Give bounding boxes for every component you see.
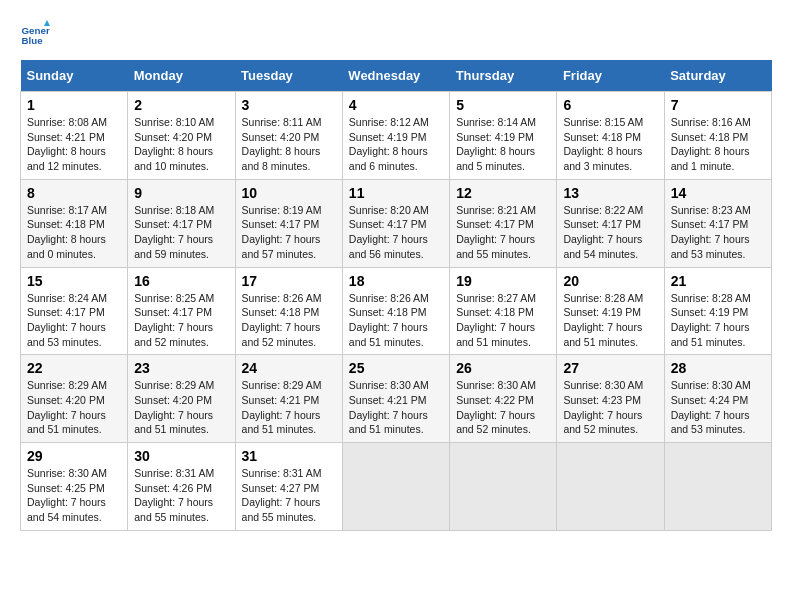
calendar-cell: 23 Sunrise: 8:29 AM Sunset: 4:20 PM Dayl…: [128, 355, 235, 443]
calendar-cell: 12 Sunrise: 8:21 AM Sunset: 4:17 PM Dayl…: [450, 179, 557, 267]
calendar-cell: 22 Sunrise: 8:29 AM Sunset: 4:20 PM Dayl…: [21, 355, 128, 443]
day-info: Sunrise: 8:17 AM Sunset: 4:18 PM Dayligh…: [27, 203, 121, 262]
day-info: Sunrise: 8:24 AM Sunset: 4:17 PM Dayligh…: [27, 291, 121, 350]
calendar-cell: 26 Sunrise: 8:30 AM Sunset: 4:22 PM Dayl…: [450, 355, 557, 443]
calendar-cell: 29 Sunrise: 8:30 AM Sunset: 4:25 PM Dayl…: [21, 443, 128, 531]
day-number: 19: [456, 273, 550, 289]
day-info: Sunrise: 8:20 AM Sunset: 4:17 PM Dayligh…: [349, 203, 443, 262]
day-number: 5: [456, 97, 550, 113]
calendar-cell: 15 Sunrise: 8:24 AM Sunset: 4:17 PM Dayl…: [21, 267, 128, 355]
col-header-wednesday: Wednesday: [342, 60, 449, 92]
day-number: 28: [671, 360, 765, 376]
day-info: Sunrise: 8:10 AM Sunset: 4:20 PM Dayligh…: [134, 115, 228, 174]
day-number: 17: [242, 273, 336, 289]
calendar-cell: 25 Sunrise: 8:30 AM Sunset: 4:21 PM Dayl…: [342, 355, 449, 443]
col-header-saturday: Saturday: [664, 60, 771, 92]
day-number: 16: [134, 273, 228, 289]
calendar-cell: 7 Sunrise: 8:16 AM Sunset: 4:18 PM Dayli…: [664, 92, 771, 180]
calendar-cell: 19 Sunrise: 8:27 AM Sunset: 4:18 PM Dayl…: [450, 267, 557, 355]
calendar-cell: 20 Sunrise: 8:28 AM Sunset: 4:19 PM Dayl…: [557, 267, 664, 355]
day-info: Sunrise: 8:30 AM Sunset: 4:23 PM Dayligh…: [563, 378, 657, 437]
day-number: 21: [671, 273, 765, 289]
day-info: Sunrise: 8:12 AM Sunset: 4:19 PM Dayligh…: [349, 115, 443, 174]
svg-text:Blue: Blue: [22, 35, 44, 46]
day-number: 2: [134, 97, 228, 113]
day-number: 13: [563, 185, 657, 201]
day-number: 3: [242, 97, 336, 113]
day-number: 20: [563, 273, 657, 289]
calendar-cell: 17 Sunrise: 8:26 AM Sunset: 4:18 PM Dayl…: [235, 267, 342, 355]
day-info: Sunrise: 8:30 AM Sunset: 4:25 PM Dayligh…: [27, 466, 121, 525]
calendar-cell: 8 Sunrise: 8:17 AM Sunset: 4:18 PM Dayli…: [21, 179, 128, 267]
calendar-cell: [342, 443, 449, 531]
calendar-cell: 16 Sunrise: 8:25 AM Sunset: 4:17 PM Dayl…: [128, 267, 235, 355]
calendar-cell: 3 Sunrise: 8:11 AM Sunset: 4:20 PM Dayli…: [235, 92, 342, 180]
day-info: Sunrise: 8:30 AM Sunset: 4:21 PM Dayligh…: [349, 378, 443, 437]
calendar-cell: 5 Sunrise: 8:14 AM Sunset: 4:19 PM Dayli…: [450, 92, 557, 180]
calendar-cell: 10 Sunrise: 8:19 AM Sunset: 4:17 PM Dayl…: [235, 179, 342, 267]
day-number: 10: [242, 185, 336, 201]
day-info: Sunrise: 8:11 AM Sunset: 4:20 PM Dayligh…: [242, 115, 336, 174]
day-number: 6: [563, 97, 657, 113]
day-number: 29: [27, 448, 121, 464]
calendar-week-row: 29 Sunrise: 8:30 AM Sunset: 4:25 PM Dayl…: [21, 443, 772, 531]
day-info: Sunrise: 8:14 AM Sunset: 4:19 PM Dayligh…: [456, 115, 550, 174]
day-number: 11: [349, 185, 443, 201]
day-info: Sunrise: 8:30 AM Sunset: 4:24 PM Dayligh…: [671, 378, 765, 437]
calendar-cell: 30 Sunrise: 8:31 AM Sunset: 4:26 PM Dayl…: [128, 443, 235, 531]
col-header-sunday: Sunday: [21, 60, 128, 92]
day-number: 23: [134, 360, 228, 376]
day-number: 30: [134, 448, 228, 464]
logo-icon: General Blue: [20, 20, 50, 50]
day-number: 12: [456, 185, 550, 201]
day-number: 15: [27, 273, 121, 289]
calendar-cell: 24 Sunrise: 8:29 AM Sunset: 4:21 PM Dayl…: [235, 355, 342, 443]
day-info: Sunrise: 8:21 AM Sunset: 4:17 PM Dayligh…: [456, 203, 550, 262]
day-info: Sunrise: 8:08 AM Sunset: 4:21 PM Dayligh…: [27, 115, 121, 174]
day-info: Sunrise: 8:28 AM Sunset: 4:19 PM Dayligh…: [671, 291, 765, 350]
col-header-tuesday: Tuesday: [235, 60, 342, 92]
calendar-cell: 14 Sunrise: 8:23 AM Sunset: 4:17 PM Dayl…: [664, 179, 771, 267]
calendar-cell: 27 Sunrise: 8:30 AM Sunset: 4:23 PM Dayl…: [557, 355, 664, 443]
calendar-cell: [557, 443, 664, 531]
calendar-cell: 6 Sunrise: 8:15 AM Sunset: 4:18 PM Dayli…: [557, 92, 664, 180]
calendar-cell: 31 Sunrise: 8:31 AM Sunset: 4:27 PM Dayl…: [235, 443, 342, 531]
day-info: Sunrise: 8:29 AM Sunset: 4:20 PM Dayligh…: [134, 378, 228, 437]
day-info: Sunrise: 8:29 AM Sunset: 4:20 PM Dayligh…: [27, 378, 121, 437]
day-info: Sunrise: 8:18 AM Sunset: 4:17 PM Dayligh…: [134, 203, 228, 262]
calendar-cell: [450, 443, 557, 531]
svg-text:General: General: [22, 25, 51, 36]
day-info: Sunrise: 8:15 AM Sunset: 4:18 PM Dayligh…: [563, 115, 657, 174]
calendar-cell: 18 Sunrise: 8:26 AM Sunset: 4:18 PM Dayl…: [342, 267, 449, 355]
calendar-cell: [664, 443, 771, 531]
day-number: 4: [349, 97, 443, 113]
calendar-cell: 9 Sunrise: 8:18 AM Sunset: 4:17 PM Dayli…: [128, 179, 235, 267]
calendar-week-row: 22 Sunrise: 8:29 AM Sunset: 4:20 PM Dayl…: [21, 355, 772, 443]
day-info: Sunrise: 8:19 AM Sunset: 4:17 PM Dayligh…: [242, 203, 336, 262]
day-number: 9: [134, 185, 228, 201]
calendar-cell: 2 Sunrise: 8:10 AM Sunset: 4:20 PM Dayli…: [128, 92, 235, 180]
calendar-cell: 28 Sunrise: 8:30 AM Sunset: 4:24 PM Dayl…: [664, 355, 771, 443]
day-info: Sunrise: 8:26 AM Sunset: 4:18 PM Dayligh…: [349, 291, 443, 350]
day-number: 22: [27, 360, 121, 376]
calendar-cell: 21 Sunrise: 8:28 AM Sunset: 4:19 PM Dayl…: [664, 267, 771, 355]
page-header: General Blue: [20, 20, 772, 50]
calendar-week-row: 1 Sunrise: 8:08 AM Sunset: 4:21 PM Dayli…: [21, 92, 772, 180]
calendar-week-row: 15 Sunrise: 8:24 AM Sunset: 4:17 PM Dayl…: [21, 267, 772, 355]
day-info: Sunrise: 8:23 AM Sunset: 4:17 PM Dayligh…: [671, 203, 765, 262]
calendar-cell: 1 Sunrise: 8:08 AM Sunset: 4:21 PM Dayli…: [21, 92, 128, 180]
logo: General Blue: [20, 20, 50, 50]
day-info: Sunrise: 8:25 AM Sunset: 4:17 PM Dayligh…: [134, 291, 228, 350]
day-info: Sunrise: 8:27 AM Sunset: 4:18 PM Dayligh…: [456, 291, 550, 350]
day-number: 27: [563, 360, 657, 376]
calendar-cell: 11 Sunrise: 8:20 AM Sunset: 4:17 PM Dayl…: [342, 179, 449, 267]
day-info: Sunrise: 8:31 AM Sunset: 4:27 PM Dayligh…: [242, 466, 336, 525]
day-number: 8: [27, 185, 121, 201]
calendar-cell: 4 Sunrise: 8:12 AM Sunset: 4:19 PM Dayli…: [342, 92, 449, 180]
calendar-table: SundayMondayTuesdayWednesdayThursdayFrid…: [20, 60, 772, 531]
day-info: Sunrise: 8:16 AM Sunset: 4:18 PM Dayligh…: [671, 115, 765, 174]
day-number: 24: [242, 360, 336, 376]
day-info: Sunrise: 8:28 AM Sunset: 4:19 PM Dayligh…: [563, 291, 657, 350]
calendar-cell: 13 Sunrise: 8:22 AM Sunset: 4:17 PM Dayl…: [557, 179, 664, 267]
day-info: Sunrise: 8:31 AM Sunset: 4:26 PM Dayligh…: [134, 466, 228, 525]
